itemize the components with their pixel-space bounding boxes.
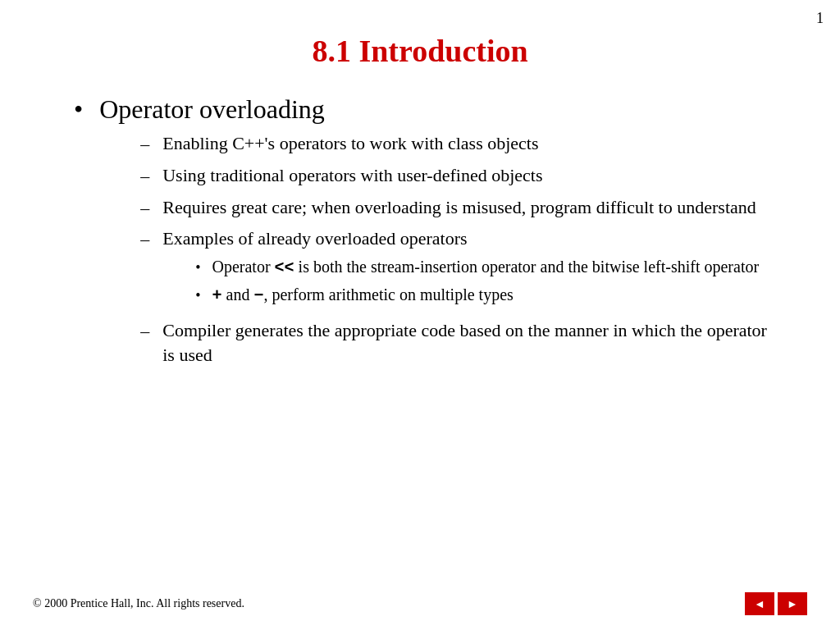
slide-container: 1 8.1 Introduction • Operator overloadin…	[0, 0, 840, 630]
level3-text: Operator << is both the stream-insertion…	[212, 256, 760, 279]
list-item: – Examples of already overloaded operato…	[140, 226, 774, 312]
dash-icon: –	[140, 133, 149, 157]
list-item: – Using traditional operators with user-…	[140, 163, 774, 189]
list-item: – Requires great care; when overloading …	[140, 195, 774, 221]
list-item: • Operator overloading – Enabling C++'s …	[74, 94, 774, 373]
level2-text: Using traditional operators with user-de…	[162, 163, 542, 188]
page-number: 1	[816, 10, 824, 27]
footer: © 2000 Prentice Hall, Inc. All rights re…	[0, 592, 840, 615]
level1-text: Operator overloading	[99, 94, 325, 124]
list-item: • Operator << is both the stream-inserti…	[195, 256, 759, 279]
slide-title: 8.1 Introduction	[49, 33, 791, 69]
list-item: • + and −, perform arithmetic on multipl…	[195, 284, 759, 307]
level2-text: Examples of already overloaded operators	[162, 228, 467, 249]
bullet-icon: •	[74, 95, 83, 124]
level2-text: Enabling C++'s operators to work with cl…	[162, 131, 538, 156]
dash-icon: –	[140, 197, 149, 221]
nav-buttons: ◄ ►	[745, 592, 807, 615]
bullet-small-icon: •	[195, 286, 200, 305]
level2-list: – Enabling C++'s operators to work with …	[140, 131, 774, 367]
code-inline: <<	[275, 258, 294, 277]
prev-button[interactable]: ◄	[745, 592, 774, 615]
level3-list: • Operator << is both the stream-inserti…	[195, 256, 759, 307]
code-inline: −	[253, 286, 263, 305]
code-inline: +	[212, 286, 222, 305]
next-button[interactable]: ►	[778, 592, 807, 615]
dash-icon: –	[140, 320, 149, 344]
copyright-text: © 2000 Prentice Hall, Inc. All rights re…	[33, 597, 745, 610]
level2-text: Requires great care; when overloading is…	[162, 195, 756, 220]
dash-icon: –	[140, 165, 149, 189]
level2-text: Compiler generates the appropriate code …	[162, 318, 774, 367]
content-area: • Operator overloading – Enabling C++'s …	[49, 94, 791, 373]
level3-text: + and −, perform arithmetic on multiple …	[212, 284, 514, 307]
list-item: – Enabling C++'s operators to work with …	[140, 131, 774, 157]
bullet-small-icon: •	[195, 258, 200, 277]
dash-icon: –	[140, 228, 149, 252]
list-item: – Compiler generates the appropriate cod…	[140, 318, 774, 367]
